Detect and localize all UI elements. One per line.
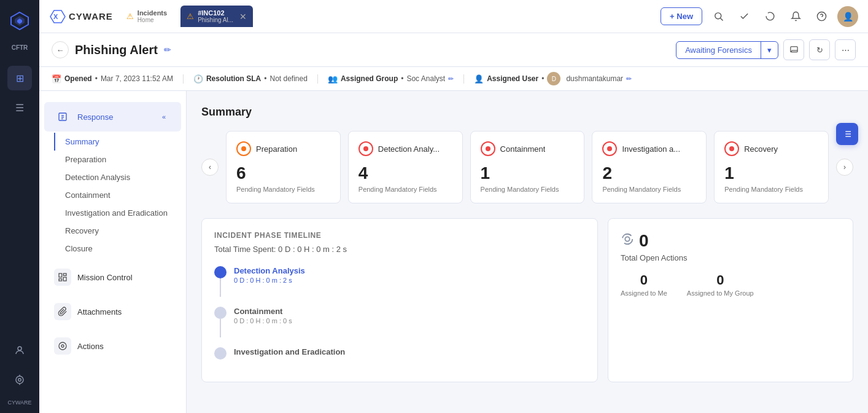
nav-attachments[interactable]: Attachments [44, 297, 181, 326]
phase-header-containment: Containment [481, 141, 575, 156]
timeline-total: Total Time Spent: 0 D : 0 H : 0 m : 2 s [214, 245, 585, 254]
tab-incidents-label: Incidents [138, 9, 167, 17]
timeline-phase-investigation: Investigation and Eradication [234, 347, 345, 356]
opened-value: Mar 7, 2023 11:52 AM [101, 74, 173, 83]
actions-nav-icon [54, 337, 71, 355]
carousel-next-btn[interactable]: › [836, 159, 853, 176]
warning-icon: ⚠ [126, 12, 134, 21]
bell-icon-btn[interactable] [786, 7, 805, 26]
actions-total-label: Total Open Actions [621, 253, 840, 262]
timeline-phase-detection: Detection Analysis [234, 266, 305, 275]
user-meta-icon: 👤 [474, 74, 484, 84]
left-nav: Response « Summary Preparation Detection… [39, 91, 187, 413]
svg-text:X: X [53, 13, 58, 20]
refresh-button[interactable]: ↻ [809, 39, 830, 60]
tab-inc102[interactable]: ⚠ #INC102 Phishing Al... ✕ [180, 6, 253, 27]
help-icon-btn[interactable] [812, 7, 831, 26]
nav-closure[interactable]: Closure [54, 240, 186, 258]
user-avatar-sm: D [547, 72, 560, 85]
phase-desc-preparation: Pending Mandatory Fields [236, 186, 330, 193]
nav-containment[interactable]: Containment [54, 186, 186, 204]
floating-action-btn[interactable] [836, 123, 858, 145]
nav-response-label: Response [77, 112, 114, 122]
response-sub-items: Summary Preparation Detection Analysis C… [39, 133, 186, 258]
back-button[interactable]: ← [52, 41, 69, 58]
svg-rect-23 [59, 279, 62, 281]
nav-detection-analysis[interactable]: Detection Analysis [54, 168, 186, 186]
svg-line-11 [720, 18, 723, 21]
sidebar-nav-menu[interactable]: ☰ [7, 95, 32, 120]
status-arrow-icon[interactable]: ▾ [761, 42, 778, 58]
svg-rect-20 [59, 273, 62, 277]
tab-incidents-sub: Home [138, 17, 167, 23]
collapse-icon[interactable]: « [157, 109, 171, 124]
user-avatar[interactable]: 👤 [837, 6, 858, 27]
phase-card-investigation: Investigation a... 2 Pending Mandatory F… [592, 131, 707, 203]
phase-count-preparation: 6 [236, 163, 330, 183]
actions-panel: 0 Total Open Actions 0 Assigned to Me 0 … [608, 218, 853, 382]
group-edit-icon[interactable]: ✏ [448, 75, 454, 83]
phase-name-preparation: Preparation [256, 144, 297, 154]
phase-card-containment: Containment 1 Pending Mandatory Fields [470, 131, 585, 203]
timeline-time-detection: 0 D : 0 H : 0 m : 2 s [234, 277, 305, 284]
close-tab-icon[interactable]: ✕ [239, 12, 247, 22]
phase-count-recovery: 1 [724, 163, 818, 183]
meta-sla: 🕐 Resolution SLA • Not defined [193, 74, 318, 84]
bottom-panels: INCIDENT PHASE TIMELINE Total Time Spent… [201, 218, 853, 382]
timeline-content-investigation: Investigation and Eradication [234, 347, 345, 358]
phase-header-investigation: Investigation a... [602, 141, 696, 156]
nav-recovery[interactable]: Recovery [54, 222, 186, 240]
calendar-icon: 📅 [52, 74, 61, 84]
carousel-prev-btn[interactable]: ‹ [201, 159, 219, 176]
nav-actions[interactable]: Actions [44, 331, 181, 361]
sidebar-nav-user[interactable] [7, 338, 32, 363]
edit-title-icon[interactable]: ✏ [164, 45, 171, 55]
feedback-button[interactable] [783, 39, 804, 60]
more-button[interactable]: ⋯ [835, 39, 856, 60]
search-icon-btn[interactable] [708, 7, 728, 26]
timeline-dot-col-investigation [214, 347, 227, 360]
group-label: Assigned Group [341, 74, 398, 83]
sidebar-bottom: CYWARE [7, 338, 32, 406]
checkmark-icon-btn[interactable] [734, 7, 754, 26]
nav-response[interactable]: Response « [44, 102, 181, 132]
sidebar-nav-grid[interactable]: ⊞ [7, 66, 32, 90]
page-title: Phishing Alert [75, 43, 158, 57]
phase-header-preparation: Preparation [236, 141, 330, 156]
timeline-item-containment: Containment 0 D : 0 H : 0 m : 0 s [214, 307, 585, 337]
timeline-time-containment: 0 D : 0 H : 0 m : 0 s [234, 317, 292, 324]
topbar: X CYWARE ⚠ Incidents Home ⚠ #INC102 Phis… [39, 0, 868, 33]
tab-incidents[interactable]: ⚠ Incidents Home [120, 6, 173, 27]
phase-circle-recovery [724, 141, 739, 156]
nav-mission-control[interactable]: Mission Control [44, 262, 181, 292]
phase-count-detection: 4 [358, 163, 452, 183]
nav-preparation[interactable]: Preparation [54, 151, 186, 168]
nav-section-mission: Mission Control [39, 262, 186, 292]
phase-header-recovery: Recovery [724, 141, 818, 156]
header-actions: Awaiting Forensics ▾ ↻ ⋯ [676, 39, 856, 60]
content-area: Response « Summary Preparation Detection… [39, 91, 868, 413]
nav-investigation[interactable]: Investigation and Eradication [54, 204, 186, 222]
svg-point-4 [16, 376, 23, 384]
nav-section-actions: Actions [39, 331, 186, 361]
loader-icon-btn[interactable] [760, 7, 780, 26]
total-label: Total Time Spent: [214, 245, 276, 254]
new-button[interactable]: + New [661, 7, 702, 25]
timeline-dot-detection [214, 266, 227, 278]
timeline-panel: INCIDENT PHASE TIMELINE Total Time Spent… [201, 218, 598, 382]
user-edit-icon[interactable]: ✏ [626, 75, 632, 83]
inc-warning-icon: ⚠ [187, 12, 194, 21]
nav-section-attachments: Attachments [39, 297, 186, 326]
actions-count-row: 0 [621, 231, 840, 251]
main-area: X CYWARE ⚠ Incidents Home ⚠ #INC102 Phis… [39, 0, 868, 413]
sidebar: CFTR ⊞ ☰ CYWARE [0, 0, 39, 413]
sla-value: Not defined [270, 74, 308, 83]
phase-card-preparation: Preparation 6 Pending Mandatory Fields [226, 131, 341, 203]
timeline-item-investigation: Investigation and Eradication [214, 347, 585, 360]
nav-summary[interactable]: Summary [54, 133, 186, 151]
sidebar-nav-target[interactable] [7, 368, 32, 392]
phase-count-containment: 1 [481, 163, 575, 183]
sidebar-logo [6, 7, 33, 34]
svg-point-10 [715, 13, 721, 19]
status-dropdown[interactable]: Awaiting Forensics ▾ [676, 41, 778, 59]
